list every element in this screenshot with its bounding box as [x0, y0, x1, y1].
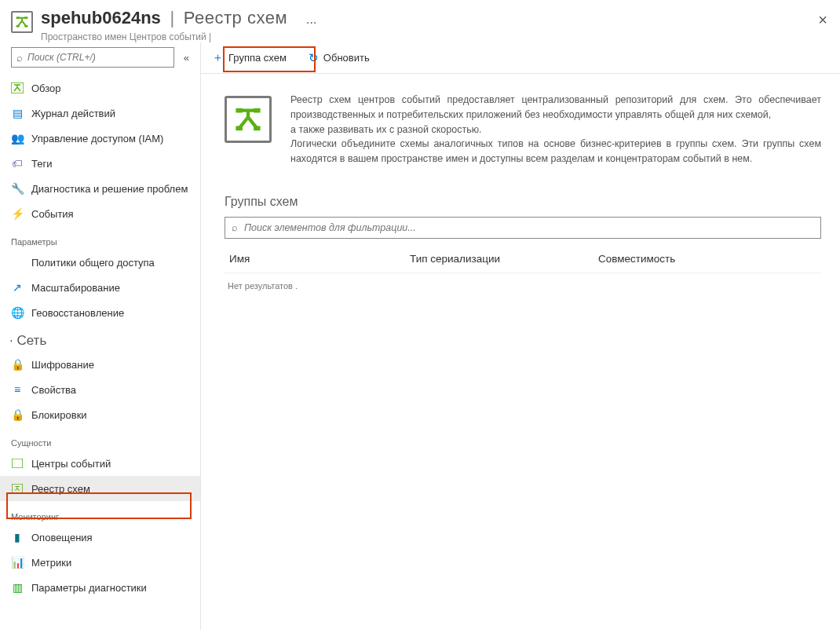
iam-icon: 👥: [11, 132, 24, 145]
sidebar-search-input[interactable]: [27, 52, 169, 63]
sidebar-item-locks[interactable]: 🔒 Блокировки: [0, 402, 200, 427]
page-header: spehub0624ns | Реестр схем ··· ×: [0, 0, 840, 33]
sidebar-item-diag-settings[interactable]: ▥ Параметры диагностики: [0, 575, 200, 600]
svg-rect-2: [16, 25, 20, 27]
svg-rect-10: [254, 126, 261, 131]
sidebar-item-label: Реестр схем: [31, 483, 90, 495]
sidebar-item-tags[interactable]: 🏷 Теги: [0, 151, 200, 176]
intro-block: Реестр схем центров событий предоставляе…: [225, 93, 821, 166]
sidebar-item-label: Обзор: [31, 82, 61, 94]
svg-rect-8: [254, 108, 261, 113]
column-compatibility[interactable]: Совместимость: [598, 253, 816, 265]
svg-rect-3: [24, 25, 27, 27]
intro-text: Реестр схем центров событий предоставляе…: [290, 93, 821, 166]
sidebar-item-properties[interactable]: ≡ Свойства: [0, 377, 200, 402]
sidebar-item-label: Параметры диагностики: [31, 582, 147, 594]
diag-settings-icon: ▥: [11, 581, 24, 594]
sidebar-item-overview[interactable]: Обзор: [0, 75, 200, 101]
sidebar-item-label: Шифрование: [31, 359, 94, 371]
sidebar-item-label: Теги: [31, 158, 52, 170]
sidebar-item-alerts[interactable]: ▮ Оповещения: [0, 525, 200, 550]
svg-rect-7: [236, 108, 243, 113]
sidebar-item-label: Метрики: [31, 557, 71, 569]
metrics-icon: 📊: [11, 556, 24, 569]
sidebar-item-diagnose[interactable]: 🔧 Диагностика и решение проблем: [0, 176, 200, 201]
events-icon: ⚡: [11, 207, 24, 220]
breadcrumb: Пространство имен Центров событий |: [41, 31, 840, 42]
close-button[interactable]: ×: [818, 11, 827, 29]
properties-icon: ≡: [11, 383, 24, 396]
svg-rect-1: [24, 16, 27, 19]
sidebar-item-events[interactable]: ⚡ События: [0, 201, 200, 226]
title-separator: |: [163, 8, 181, 27]
sidebar-item-shared-policies[interactable]: Политики общего доступа: [0, 250, 200, 275]
refresh-button[interactable]: ↻ Обновить: [298, 44, 381, 72]
scale-icon: ↗: [11, 281, 24, 294]
eventhubs-icon: [11, 457, 24, 470]
svg-rect-5: [12, 459, 23, 468]
sidebar-item-iam[interactable]: 👥 Управление доступом (IAM): [0, 126, 200, 151]
add-schema-group-button[interactable]: ＋ Группа схем: [201, 44, 298, 72]
filter-box[interactable]: ⌕: [225, 217, 821, 239]
lock-icon: 🔒: [11, 358, 24, 371]
sidebar-item-label: Масштабирование: [31, 282, 120, 294]
sidebar-item-eventhubs[interactable]: Центры событий: [0, 451, 200, 476]
schema-groups-title: Группы схем: [225, 195, 821, 209]
activity-log-icon: ▤: [11, 107, 24, 119]
page-title: Реестр схем: [184, 8, 287, 27]
table-header: Имя Тип сериализации Совместимость: [225, 253, 821, 273]
sidebar-item-label: Политики общего доступа: [31, 257, 155, 269]
diagnose-icon: 🔧: [11, 182, 24, 195]
refresh-icon: ↻: [309, 51, 319, 65]
overview-icon: [11, 82, 24, 94]
sidebar-item-label: Блокировки: [31, 409, 87, 421]
column-name[interactable]: Имя: [229, 253, 410, 265]
sidebar-item-encryption[interactable]: 🔒 Шифрование: [0, 352, 200, 377]
sidebar: ⌕ « Обзор ▤ Журнал действий 👥 Управление…: [0, 42, 201, 630]
sidebar-item-geo[interactable]: 🌐 Геовосстановление: [0, 300, 200, 325]
section-entities: Сущности: [0, 427, 200, 451]
button-label: Обновить: [323, 52, 370, 64]
svg-rect-0: [16, 16, 20, 19]
alerts-icon: ▮: [11, 531, 24, 543]
main-panel: ＋ Группа схем ↻ Обновить Реестр схем цен…: [201, 42, 840, 630]
svg-rect-9: [236, 126, 243, 131]
sidebar-search[interactable]: ⌕: [11, 47, 174, 68]
section-settings: Параметры: [0, 226, 200, 250]
sidebar-item-label: Журнал действий: [31, 108, 115, 119]
resource-name: spehub0624ns: [41, 8, 161, 27]
section-network: · Сеть: [0, 325, 200, 352]
schema-registry-icon: [11, 482, 24, 495]
search-icon: ⌕: [16, 52, 23, 64]
sidebar-item-label: Центры событий: [31, 458, 111, 470]
sidebar-item-label: Управление доступом (IAM): [31, 133, 163, 145]
sidebar-item-schema-registry[interactable]: Реестр схем: [0, 476, 200, 501]
geo-icon: 🌐: [11, 306, 24, 319]
button-label: Группа схем: [228, 52, 287, 64]
filter-input[interactable]: [244, 222, 814, 233]
collapse-sidebar-button[interactable]: «: [181, 49, 192, 67]
plus-icon: ＋: [212, 50, 224, 65]
schema-registry-large-icon: [225, 96, 272, 143]
blank-icon: [11, 256, 24, 269]
sidebar-item-activity-log[interactable]: ▤ Журнал действий: [0, 101, 200, 126]
tags-icon: 🏷: [11, 157, 24, 170]
sidebar-item-label: Оповещения: [31, 532, 93, 543]
no-results: Нет результатов .: [225, 273, 821, 298]
more-button[interactable]: ···: [306, 16, 316, 30]
sidebar-item-label: Геовосстановление: [31, 307, 124, 319]
sidebar-item-metrics[interactable]: 📊 Метрики: [0, 550, 200, 575]
column-serialization-type[interactable]: Тип сериализации: [410, 253, 598, 265]
toolbar: ＋ Группа схем ↻ Обновить: [201, 42, 840, 74]
sidebar-item-label: События: [31, 208, 74, 220]
section-monitoring: Мониторинг: [0, 501, 200, 525]
sidebar-item-label: Диагностика и решение проблем: [31, 183, 188, 195]
locks-icon: 🔒: [11, 408, 24, 421]
sidebar-item-label: Свойства: [31, 384, 76, 396]
sidebar-item-scale[interactable]: ↗ Масштабирование: [0, 275, 200, 300]
search-icon: ⌕: [232, 221, 238, 233]
eventhub-namespace-icon: [11, 11, 33, 33]
